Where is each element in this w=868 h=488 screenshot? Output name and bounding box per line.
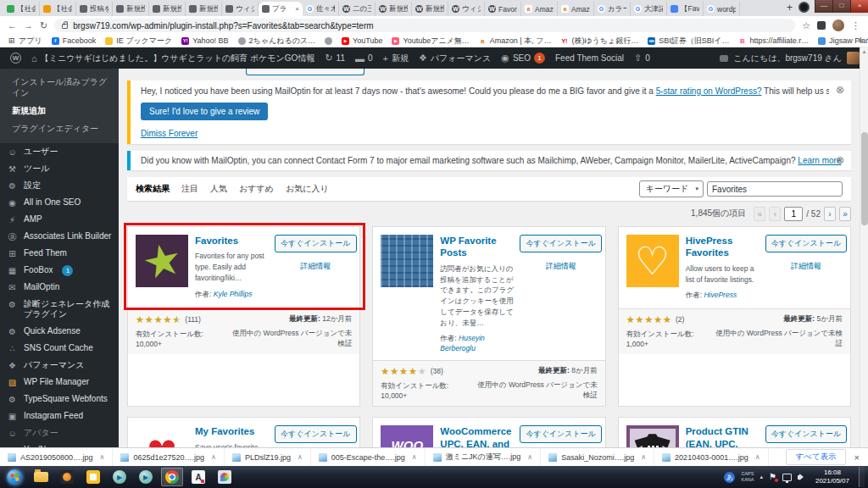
filter-tab[interactable]: 注目 xyxy=(181,183,198,195)
download-menu-caret-icon[interactable] xyxy=(211,453,216,461)
browser-tab[interactable]: 【社会】 xyxy=(3,2,40,16)
bookmark-item[interactable]: ⊞ アプリ xyxy=(8,36,42,47)
bookmark-item[interactable]: Y! Yahoo! BB xyxy=(181,36,228,45)
sidebar-menu-item[interactable]: ⊞ Feed Them xyxy=(0,245,119,262)
bookmark-item[interactable]: ▶ Youtubeアニメ無… xyxy=(392,36,469,47)
install-now-button[interactable]: 今すぐインストール xyxy=(765,235,847,252)
network-icon[interactable] xyxy=(782,474,792,481)
download-item[interactable]: 0625d1e27520….jpg xyxy=(113,448,224,466)
filter-tab[interactable]: 検索結果 xyxy=(136,183,170,195)
browser-tab[interactable]: 新規投 xyxy=(186,2,222,16)
taskbar-paint[interactable] xyxy=(214,468,236,486)
plugin-name-link[interactable]: Favorites xyxy=(195,235,272,247)
tab-close-icon[interactable]: × xyxy=(293,5,299,13)
url-text[interactable]: brgsw719.com/wp-admin/plugin-install.php… xyxy=(73,21,373,30)
dismiss-notice-icon[interactable]: ⊗ xyxy=(836,155,844,165)
download-item[interactable]: 005-Escape-the….jpg xyxy=(311,448,426,466)
bookmark-item[interactable]: IE ブックマーク xyxy=(105,36,172,47)
install-now-button[interactable]: 今すぐインストール xyxy=(520,425,601,443)
give-review-button[interactable]: Sure! I'd love to give a review xyxy=(141,103,268,120)
submenu-item[interactable]: プラグインエディター xyxy=(0,119,119,137)
star-rating[interactable] xyxy=(626,315,672,324)
browser-tab[interactable]: W Favorit xyxy=(485,2,521,16)
admin-bar-item[interactable]: W xyxy=(5,47,26,69)
download-menu-caret-icon[interactable] xyxy=(527,453,532,461)
record-extension-icon[interactable] xyxy=(798,2,810,13)
sidebar-menu-item[interactable]: ∴ SNS Count Cache xyxy=(0,340,119,357)
forward-icon[interactable]: → xyxy=(24,20,33,30)
bookmark-item[interactable]: SBI SBI証券（旧SBIイ… xyxy=(648,36,729,47)
taskbar-text-app[interactable]: A xyxy=(187,468,209,486)
author-link[interactable]: Kyle Phillips xyxy=(214,290,253,298)
download-menu-caret-icon[interactable] xyxy=(412,453,417,461)
sidebar-menu-item[interactable]: ▣ Instagram Feed xyxy=(0,408,119,424)
admin-bar-item[interactable]: ◉ SEO 1 xyxy=(496,47,550,69)
current-page-input[interactable] xyxy=(784,207,803,221)
browser-tab[interactable]: G カラー xyxy=(594,2,631,16)
bookmark-item[interactable]: 2ちゃんねるのス… xyxy=(238,36,315,47)
bookmark-item[interactable]: Y! (株)ゆうちょ銀行… xyxy=(560,36,638,47)
sidebar-menu-item[interactable]: ⚙ TypeSquare Webfonts xyxy=(0,391,119,408)
download-item[interactable]: AS2019050800….jpg xyxy=(0,448,113,466)
sidebar-menu-item[interactable]: ⚙ 設定 xyxy=(0,177,119,194)
bookmark-item[interactable]: B https://affiliate.r… xyxy=(738,36,809,45)
sidebar-menu-item[interactable]: ✉ MailOptin xyxy=(0,279,119,296)
sidebar-menu-item[interactable]: ⚙ Quick Adsense xyxy=(0,323,119,340)
browser-tab[interactable]: プラ × xyxy=(259,2,303,16)
admin-bar-item[interactable]: + 新規 xyxy=(378,47,414,69)
rating-link[interactable]: 5-star rating on WordPress? xyxy=(656,86,762,96)
taskbar-chrome[interactable] xyxy=(161,468,183,486)
install-now-button[interactable]: 今すぐインストール xyxy=(275,425,356,443)
taskbar-explorer[interactable] xyxy=(30,468,52,486)
plugin-name-link[interactable]: WP Favorite Posts xyxy=(440,235,517,259)
sidebar-menu-item[interactable]: ▦ FooBox 1 xyxy=(0,262,119,279)
download-menu-caret-icon[interactable] xyxy=(100,453,105,461)
browser-tab[interactable]: G wordp xyxy=(704,2,740,16)
browser-tab[interactable]: a Amazo xyxy=(558,2,594,16)
taskbar-clock[interactable]: 16:082021/05/07 xyxy=(815,469,849,486)
admin-bar-item[interactable]: ⇧ 0 xyxy=(629,47,655,69)
scroll-up-arrow[interactable]: ▲ xyxy=(860,47,868,56)
bookmarks-overflow-icon[interactable]: » xyxy=(858,36,863,45)
install-now-button[interactable]: 今すぐインストール xyxy=(520,235,601,252)
download-item[interactable]: PLDslZ19.jpg xyxy=(225,448,311,466)
sidebar-menu-item[interactable]: ⚒ ツール xyxy=(0,160,119,177)
address-bar[interactable]: brgsw719.com/wp-admin/plugin-install.php… xyxy=(54,19,795,32)
admin-bar-item[interactable]: Feed Them Social xyxy=(550,47,629,69)
action-center-flag-icon[interactable]: ⚑ xyxy=(769,473,776,481)
sidebar-menu-item[interactable]: ▨ WP File Manager xyxy=(0,374,119,391)
bookmark-star-icon[interactable]: ☆ xyxy=(802,20,810,31)
browser-tab[interactable]: ウィジ xyxy=(222,2,259,16)
star-rating[interactable] xyxy=(381,367,426,376)
new-tab-button[interactable]: + xyxy=(781,1,798,15)
bookmark-item[interactable]: a Amazon | 本, フ… xyxy=(479,36,552,47)
author-link[interactable]: HivePress xyxy=(704,291,737,299)
star-rating[interactable] xyxy=(136,315,181,324)
admin-bar-item[interactable]: ▬ 0 xyxy=(350,47,378,69)
minimize-button[interactable]: — xyxy=(815,0,832,13)
download-item[interactable]: 激ミニJKの連写….jpg xyxy=(426,448,542,466)
admin-bar-item[interactable]: ⌂ 【ミニウサギはじめました。】ウサギとラットの飼育 ポケモンGO情報 xyxy=(26,47,320,69)
more-details-link[interactable]: 詳細情報 xyxy=(300,261,331,272)
admin-bar-item[interactable]: ↻ 11 xyxy=(320,47,350,69)
bookmark-item[interactable]: ▶ YouTube xyxy=(342,36,382,45)
sidebar-menu-item[interactable]: ☺ ユーザー xyxy=(0,143,119,160)
taskbar-player-1[interactable] xyxy=(108,468,131,486)
browser-tab[interactable]: 新規投 xyxy=(113,2,149,16)
taskbar-player-2[interactable] xyxy=(135,468,157,486)
admin-bar-item[interactable]: ❖ パフォーマンス xyxy=(414,47,496,69)
back-icon[interactable]: ← xyxy=(8,20,17,30)
browser-profile-avatar[interactable] xyxy=(832,19,844,31)
browser-tab[interactable]: G 大津諸 xyxy=(631,2,667,16)
install-now-button[interactable]: 今すぐインストール xyxy=(765,425,847,443)
sidebar-menu-item[interactable]: ❖ パフォーマンス xyxy=(0,357,119,374)
next-page-button[interactable]: › xyxy=(824,207,836,221)
download-item[interactable]: 20210403-0001….jpg xyxy=(654,448,768,466)
sidebar-menu-item[interactable]: ◉ All in One SEO xyxy=(0,194,119,211)
page-scrollbar[interactable]: ▲ xyxy=(860,47,868,466)
filter-tab[interactable]: 人気 xyxy=(210,183,227,195)
browser-tab[interactable]: 投稿を xyxy=(76,2,113,16)
download-menu-caret-icon[interactable] xyxy=(755,453,760,461)
close-button[interactable]: × xyxy=(850,0,868,13)
plugin-name-link[interactable]: HivePress Favorites xyxy=(686,235,763,259)
